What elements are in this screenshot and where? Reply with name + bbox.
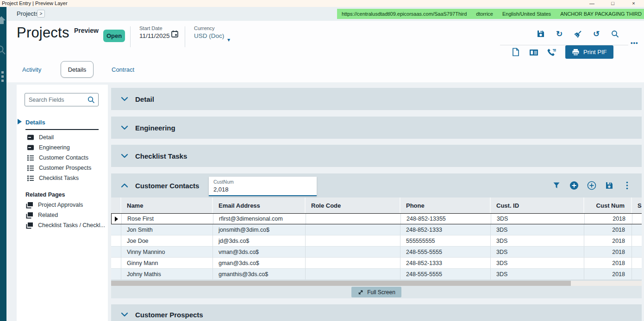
- tab-contract[interactable]: Contract: [112, 66, 134, 73]
- rail-home-icon[interactable]: [0, 15, 6, 25]
- cell-cust-num[interactable]: 2018: [584, 224, 632, 235]
- cell-email[interactable]: jd@3ds.co$: [213, 235, 306, 247]
- row-selector[interactable]: [111, 235, 121, 247]
- column-header-cust-id[interactable]: Cust. ID: [491, 198, 584, 213]
- maximize-button[interactable]: □: [602, 0, 623, 7]
- sidebar-item-customer-contacts[interactable]: Customer Contacts: [17, 153, 108, 163]
- table-row[interactable]: Rose First rfirst@3dimensional.com 248-8…: [111, 213, 642, 224]
- sidebar-item-detail[interactable]: Detail: [17, 132, 108, 142]
- sidebar-item-customer-prospects[interactable]: Customer Prospects: [17, 163, 108, 173]
- cell-email[interactable]: gmanthis@3ds.co$: [213, 269, 306, 280]
- grid-save-button[interactable]: [605, 180, 614, 191]
- cell-name[interactable]: Ginny Mann: [121, 258, 213, 269]
- cell-phone[interactable]: 555555555: [400, 235, 491, 247]
- panel-checklist-tasks-header[interactable]: Checklist Tasks: [111, 145, 642, 167]
- contact-card-button[interactable]: [529, 48, 538, 57]
- scrollbar-thumb[interactable]: [111, 281, 571, 286]
- search-icon[interactable]: [88, 96, 95, 104]
- row-selector[interactable]: [112, 214, 122, 224]
- calendar-icon[interactable]: [171, 30, 179, 38]
- undo-button[interactable]: ↺: [592, 29, 601, 38]
- currency-caret-icon[interactable]: ▾: [227, 37, 230, 43]
- cell-name[interactable]: Jon Smith: [121, 224, 213, 235]
- column-header-email[interactable]: Email Address: [213, 198, 306, 213]
- row-selector[interactable]: [111, 269, 121, 280]
- refresh-button[interactable]: ↻: [555, 29, 564, 38]
- cell-cust-id[interactable]: 3DS: [491, 247, 584, 258]
- related-item-checklist-tasks[interactable]: Checklist Tasks / Checkl...: [17, 220, 108, 230]
- cell-role-code[interactable]: [306, 214, 401, 224]
- row-selector[interactable]: [111, 258, 121, 269]
- cell-name[interactable]: Joe Doe: [121, 235, 213, 247]
- cell-cust-num[interactable]: 2018: [585, 214, 632, 224]
- currency-field[interactable]: Currency USD (Doc) ▾: [194, 25, 240, 39]
- cell-email[interactable]: jonsmith@3dim.co$: [213, 224, 306, 235]
- search-fields-box[interactable]: [25, 93, 99, 106]
- cell-email[interactable]: rfirst@3dimensional.com: [213, 214, 306, 224]
- related-item-project-approvals[interactable]: Project Approvals: [17, 200, 108, 210]
- horizontal-scrollbar[interactable]: [111, 281, 642, 286]
- panel-engineering-header[interactable]: Engineering: [111, 117, 642, 139]
- chevron-down-icon[interactable]: [120, 124, 129, 131]
- cell-role-code[interactable]: [306, 224, 400, 235]
- column-header-cust-num[interactable]: Cust Num: [584, 198, 632, 213]
- cell-phone[interactable]: 248-852-13355: [401, 214, 491, 224]
- chevron-down-icon[interactable]: [120, 95, 129, 103]
- tab-activity[interactable]: Activity: [22, 66, 41, 73]
- chevron-down-icon[interactable]: [120, 311, 129, 318]
- breadcrumb-expand-button[interactable]: >: [37, 10, 45, 18]
- cell-role-code[interactable]: [306, 258, 400, 269]
- rail-search-icon[interactable]: [0, 45, 6, 55]
- cell-cust-id[interactable]: 3DS: [491, 235, 584, 247]
- full-screen-button[interactable]: Full Screen: [351, 287, 401, 297]
- row-selector[interactable]: [111, 247, 121, 258]
- filter-button[interactable]: [552, 180, 561, 191]
- cell-ship[interactable]: [632, 247, 642, 258]
- add-new-button[interactable]: [587, 180, 596, 191]
- cell-ship[interactable]: [632, 214, 642, 224]
- start-date-value[interactable]: 11/11/2025: [139, 32, 190, 39]
- breadcrumb[interactable]: Projects: [17, 10, 38, 17]
- panel-detail-header[interactable]: Detail: [111, 88, 642, 110]
- cell-role-code[interactable]: [306, 235, 400, 247]
- grid-menu-button[interactable]: [622, 180, 631, 191]
- panel-customer-contacts-header[interactable]: Customer Contacts CustNum 2,018: [111, 173, 642, 198]
- column-header-role-code[interactable]: Role Code: [306, 198, 400, 213]
- call-log-button[interactable]: [547, 48, 556, 57]
- tab-details[interactable]: Details: [61, 61, 94, 78]
- table-row[interactable]: Ginny Mann gman@3ds.co$ 248-852-1333 3DS…: [111, 258, 642, 269]
- add-row-button[interactable]: [569, 180, 579, 191]
- cell-cust-id[interactable]: 3DS: [491, 214, 585, 224]
- cell-role-code[interactable]: [306, 247, 400, 258]
- cell-ship[interactable]: [632, 235, 642, 247]
- cell-cust-id[interactable]: 3DS: [491, 258, 584, 269]
- cell-cust-num[interactable]: 2018: [584, 269, 632, 280]
- rail-menu-icon[interactable]: [1, 71, 6, 83]
- print-pif-button[interactable]: Print PIF: [565, 45, 613, 59]
- table-row[interactable]: Joe Doe jd@3ds.co$ 555555555 3DS 2018: [111, 235, 642, 247]
- sidebar-section-details[interactable]: Details: [25, 118, 108, 126]
- cell-phone[interactable]: 248-555-5555: [400, 269, 491, 280]
- cell-phone[interactable]: 248-555-5555: [400, 247, 491, 258]
- status-open-button[interactable]: Open: [103, 30, 125, 42]
- cell-name[interactable]: Rose First: [122, 214, 213, 224]
- save-button[interactable]: [536, 29, 545, 38]
- currency-value[interactable]: USD (Doc): [194, 32, 240, 39]
- clear-button[interactable]: [573, 29, 582, 38]
- column-header-name[interactable]: Name: [121, 198, 213, 213]
- cell-cust-num[interactable]: 2018: [584, 247, 632, 258]
- cell-cust-id[interactable]: 3DS: [491, 269, 584, 280]
- cell-cust-num[interactable]: 2018: [584, 258, 632, 269]
- chevron-up-icon[interactable]: [120, 182, 129, 189]
- minimize-button[interactable]: —: [581, 0, 602, 7]
- close-button[interactable]: ×: [623, 0, 644, 7]
- custnum-field[interactable]: CustNum 2,018: [209, 177, 317, 196]
- related-item-related[interactable]: Related: [17, 210, 108, 220]
- chevron-down-icon[interactable]: [120, 152, 129, 160]
- cell-phone[interactable]: 248-852-1333: [400, 258, 491, 269]
- column-header-ship[interactable]: Shi: [632, 198, 642, 213]
- section-expander-icon[interactable]: [18, 119, 22, 124]
- search-fields-input[interactable]: [29, 93, 89, 106]
- custnum-value[interactable]: 2,018: [213, 186, 229, 193]
- cell-role-code[interactable]: [306, 269, 400, 280]
